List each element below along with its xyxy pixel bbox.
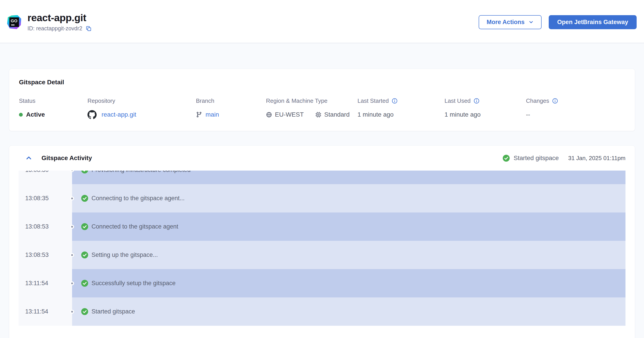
repository-link[interactable]: react-app.git bbox=[102, 111, 136, 118]
open-jetbrains-gateway-button[interactable]: Open JetBrains Gateway bbox=[549, 15, 637, 29]
field-last-used: Last Used 1 minute ago bbox=[444, 97, 526, 119]
last-started-value: 1 minute ago bbox=[358, 111, 394, 118]
activity-log-rows: 13:08:30 Provisioning infrastructure com… bbox=[18, 171, 626, 326]
info-icon[interactable] bbox=[474, 98, 480, 104]
log-time: 13:11:54 bbox=[18, 269, 72, 298]
check-circle-icon bbox=[503, 155, 510, 162]
title-block: react-app.git ID: reactappgit-zovdr2 bbox=[28, 12, 92, 32]
log-message: Setting up the gitspace... bbox=[92, 252, 158, 258]
chevron-down-icon bbox=[529, 20, 534, 24]
info-icon[interactable] bbox=[392, 98, 398, 104]
check-circle-icon bbox=[81, 195, 88, 202]
page-title: react-app.git bbox=[28, 12, 92, 23]
last-used-value: 1 minute ago bbox=[444, 111, 481, 118]
log-message: Connected to the gitspace agent bbox=[92, 223, 178, 230]
log-message: Started gitspace bbox=[92, 308, 135, 315]
log-time: 13:08:53 bbox=[18, 241, 72, 269]
region-group: EU-WEST bbox=[266, 111, 304, 118]
activity-timestamp: 31 Jan, 2025 01:11pm bbox=[568, 155, 626, 162]
field-last-started: Last Started 1 minute ago bbox=[358, 97, 444, 119]
open-gateway-label: Open JetBrains Gateway bbox=[557, 19, 628, 26]
machine-group: Standard bbox=[315, 111, 350, 118]
header-actions: More Actions Open JetBrains Gateway bbox=[479, 15, 637, 29]
detail-card-heading: Gitspace Detail bbox=[19, 79, 625, 86]
gitspace-detail-card: Gitspace Detail Status Active Repository… bbox=[9, 69, 635, 131]
machine-value: Standard bbox=[324, 111, 350, 118]
detail-grid: Status Active Repository react-app.git B… bbox=[19, 97, 625, 119]
info-icon[interactable] bbox=[552, 98, 558, 104]
more-actions-label: More Actions bbox=[487, 19, 524, 26]
log-row: 13:11:54 Started gitspace bbox=[18, 298, 626, 326]
log-time: 13:11:54 bbox=[18, 298, 72, 326]
timeline-dot-icon bbox=[70, 196, 74, 200]
gitspace-id-row: ID: reactappgit-zovdr2 bbox=[28, 25, 92, 32]
field-changes: Changes -- bbox=[526, 97, 625, 119]
log-row: 13:08:30 Provisioning infrastructure com… bbox=[18, 171, 626, 184]
log-message: Connecting to the gitspace agent... bbox=[92, 195, 184, 202]
field-status: Status Active bbox=[19, 97, 88, 119]
activity-header: Gitspace Activity Started gitspace 31 Ja… bbox=[9, 146, 635, 171]
check-circle-icon bbox=[81, 171, 88, 173]
git-branch-icon bbox=[196, 111, 202, 118]
field-branch: Branch main bbox=[196, 97, 266, 119]
log-row: 13:08:53 Connected to the gitspace agent bbox=[18, 213, 626, 241]
log-time: 13:08:30 bbox=[18, 171, 72, 184]
gitspace-id: ID: reactappgit-zovdr2 bbox=[28, 25, 82, 32]
log-row: 13:08:35 Connecting to the gitspace agen… bbox=[18, 184, 626, 213]
check-circle-icon bbox=[81, 308, 88, 315]
log-row: 13:11:54 Successfully setup the gitspace bbox=[18, 269, 626, 298]
activity-heading: Gitspace Activity bbox=[42, 154, 92, 162]
timeline-dot-icon bbox=[70, 253, 74, 257]
timeline-dot-icon bbox=[70, 310, 74, 314]
log-time: 13:08:53 bbox=[18, 213, 72, 241]
status-label: Status bbox=[19, 97, 88, 104]
branch-label: Branch bbox=[196, 97, 266, 104]
last-used-label: Last Used bbox=[444, 97, 470, 104]
goland-icon-box: GO bbox=[9, 17, 19, 27]
page-header: GO react-app.git ID: reactappgit-zovdr2 … bbox=[0, 0, 644, 43]
log-time: 13:08:35 bbox=[18, 184, 72, 213]
timeline-dot-icon bbox=[70, 281, 74, 285]
github-icon bbox=[88, 110, 96, 119]
region-value: EU-WEST bbox=[275, 111, 304, 118]
last-started-label: Last Started bbox=[358, 97, 389, 104]
log-row: 13:08:53 Setting up the gitspace... bbox=[18, 241, 626, 269]
repository-label: Repository bbox=[88, 97, 196, 104]
activity-log-scroll-area[interactable]: 13:08:30 Provisioning infrastructure com… bbox=[18, 171, 626, 327]
more-actions-button[interactable]: More Actions bbox=[479, 15, 542, 29]
branch-link[interactable]: main bbox=[206, 111, 219, 118]
log-message: Provisioning infrastructure completed bbox=[92, 171, 190, 173]
goland-icon: GO bbox=[7, 15, 21, 29]
changes-label: Changes bbox=[526, 97, 549, 104]
check-circle-icon bbox=[81, 223, 88, 230]
chevron-up-icon[interactable] bbox=[26, 155, 32, 161]
log-message: Successfully setup the gitspace bbox=[92, 280, 176, 287]
cpu-icon bbox=[315, 112, 321, 118]
activity-latest: Started gitspace 31 Jan, 2025 01:11pm bbox=[503, 154, 626, 162]
field-region-machine: Region & Machine Type EU-WEST bbox=[266, 97, 358, 119]
region-machine-label: Region & Machine Type bbox=[266, 97, 358, 104]
goland-icon-label: GO bbox=[11, 19, 19, 23]
status-value: Active bbox=[26, 111, 45, 118]
timeline-dot-icon bbox=[70, 225, 74, 229]
activity-latest-status: Started gitspace bbox=[514, 154, 559, 162]
changes-value: -- bbox=[526, 111, 530, 118]
status-dot-icon bbox=[19, 113, 23, 117]
globe-icon bbox=[266, 112, 272, 118]
gitspace-activity-card: Gitspace Activity Started gitspace 31 Ja… bbox=[9, 145, 635, 338]
check-circle-icon bbox=[81, 252, 88, 258]
check-circle-icon bbox=[81, 280, 88, 287]
field-repository: Repository react-app.git bbox=[88, 97, 196, 119]
goland-icon-underscore bbox=[11, 24, 14, 25]
copy-icon[interactable] bbox=[86, 26, 92, 31]
